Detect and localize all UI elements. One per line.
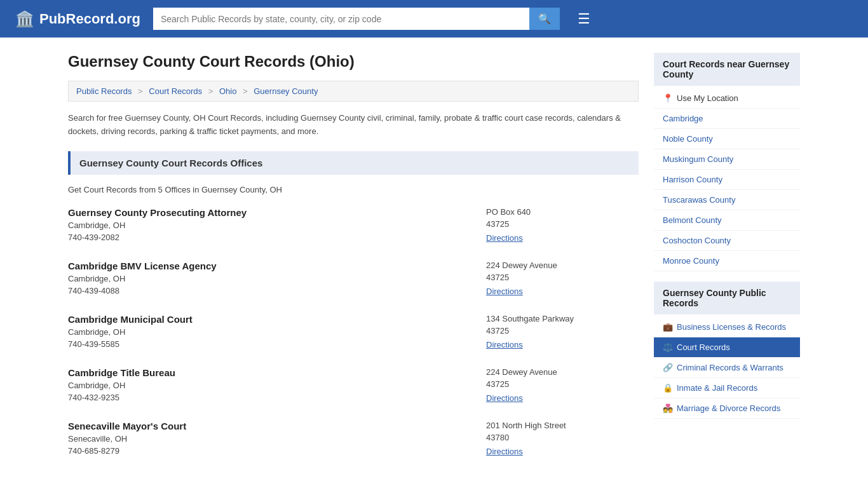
office-left-2: Cambridge Municipal Court Cambridge, OH … [68,314,473,349]
office-address: PO Box 640 [486,207,639,217]
office-left-4: Senecaville Mayor's Court Senecaville, O… [68,421,473,456]
record-type-label: Criminal Records & Warrants [677,363,783,372]
office-city: Cambridge, OH [68,274,473,283]
office-phone: 740-432-9235 [68,393,473,402]
offices-count: Get Court Records from 5 Offices in Guer… [68,185,639,194]
office-name: Cambridge Title Bureau [68,367,473,378]
record-type-icon: 💼 [663,322,673,332]
office-right-2: 134 Southgate Parkway 43725 Directions [473,314,639,349]
office-phone: 740-439-4088 [68,286,473,295]
office-city: Cambridge, OH [68,220,473,230]
breadcrumb-guernsey-county[interactable]: Guernsey County [254,86,318,96]
use-location-label: Use My Location [677,93,738,103]
office-right-3: 224 Dewey Avenue 43725 Directions [473,367,639,403]
directions-link[interactable]: Directions [486,393,523,403]
search-input[interactable] [153,8,529,30]
office-city: Senecaville, OH [68,434,473,444]
nearby-county-link[interactable]: Coshocton County [654,231,800,251]
record-type-icon: 🔗 [663,363,673,372]
search-bar: 🔍 [153,8,560,30]
office-phone: 740-439-5585 [68,339,473,349]
nearby-section-title: Court Records near Guernsey County [654,53,800,86]
record-type-icon: ⚖️ [663,342,673,352]
breadcrumb: Public Records > Court Records > Ohio > … [68,81,639,102]
directions-link[interactable]: Directions [486,287,523,296]
building-icon: 🏛️ [15,10,34,28]
office-city: Cambridge, OH [68,327,473,337]
public-records-link[interactable]: 💑 Marriage & Divorce Records [654,398,800,419]
breadcrumb-public-records[interactable]: Public Records [76,86,132,96]
directions-link[interactable]: Directions [486,447,523,456]
office-right-0: PO Box 640 43725 Directions [473,207,639,243]
office-left-0: Guernsey County Prosecuting Attorney Cam… [68,207,473,243]
public-records-link[interactable]: 💼 Business Licenses & Records [654,317,800,337]
nearby-county-link[interactable]: Tuscarawas County [654,190,800,210]
office-entry: Guernsey County Prosecuting Attorney Cam… [68,207,639,243]
site-header: 🏛️ PubRecord.org 🔍 ☰ [0,0,868,37]
office-name: Senecaville Mayor's Court [68,421,473,431]
office-zip: 43725 [486,219,639,229]
menu-button[interactable]: ☰ [573,8,595,30]
office-zip: 43725 [486,273,639,282]
office-phone: 740-685-8279 [68,446,473,456]
office-address: 201 North High Street [486,421,639,430]
public-records-links-list: 💼 Business Licenses & Records ⚖️ Court R… [654,317,800,419]
offices-list: Guernsey County Prosecuting Attorney Cam… [68,207,639,456]
office-entry: Cambridge BMV License Agency Cambridge, … [68,261,639,296]
location-icon: 📍 [663,93,673,103]
office-name: Cambridge Municipal Court [68,314,473,325]
record-type-label: Inmate & Jail Records [677,383,757,393]
office-address: 134 Southgate Parkway [486,314,639,323]
office-zip: 43725 [486,379,639,389]
use-my-location[interactable]: 📍 Use My Location [654,88,800,109]
office-address: 224 Dewey Avenue [486,367,639,377]
record-type-icon: 💑 [663,403,673,413]
nearby-links-list: CambridgeNoble CountyMuskingum CountyHar… [654,109,800,271]
page-title: Guernsey County Court Records (Ohio) [68,53,639,71]
nearby-county-link[interactable]: Cambridge [654,109,800,129]
office-address: 224 Dewey Avenue [486,261,639,270]
office-zip: 43725 [486,326,639,336]
site-logo[interactable]: 🏛️ PubRecord.org [15,10,140,28]
sidebar: Court Records near Guernsey County 📍 Use… [654,53,800,474]
search-button[interactable]: 🔍 [529,8,560,30]
public-records-link[interactable]: 🔗 Criminal Records & Warrants [654,358,800,378]
nearby-county-link[interactable]: Harrison County [654,170,800,190]
record-type-label: Business Licenses & Records [677,322,786,332]
directions-link[interactable]: Directions [486,233,523,243]
nearby-county-link[interactable]: Noble County [654,129,800,149]
offices-section-header: Guernsey County Court Records Offices [68,151,639,175]
content-area: Guernsey County Court Records (Ohio) Pub… [68,53,639,474]
nearby-county-link[interactable]: Belmont County [654,210,800,231]
office-phone: 740-439-2082 [68,233,473,242]
nearby-county-link[interactable]: Muskingum County [654,149,800,170]
breadcrumb-ohio[interactable]: Ohio [219,86,236,96]
logo-text: PubRecord.org [39,11,140,27]
office-left-3: Cambridge Title Bureau Cambridge, OH 740… [68,367,473,403]
page-description: Search for free Guernsey County, OH Cour… [68,112,639,139]
record-type-label: Marriage & Divorce Records [677,403,780,413]
main-container: Guernsey County Court Records (Ohio) Pub… [53,37,815,488]
office-right-1: 224 Dewey Avenue 43725 Directions [473,261,639,296]
nearby-county-link[interactable]: Monroe County [654,251,800,271]
office-city: Cambridge, OH [68,381,473,390]
record-type-label: Court Records [677,342,730,352]
public-records-link[interactable]: 🔒 Inmate & Jail Records [654,378,800,398]
office-name: Guernsey County Prosecuting Attorney [68,207,473,218]
office-entry: Senecaville Mayor's Court Senecaville, O… [68,421,639,456]
public-records-link[interactable]: ⚖️ Court Records [654,337,800,358]
office-zip: 43780 [486,433,639,442]
directions-link[interactable]: Directions [486,340,523,349]
office-name: Cambridge BMV License Agency [68,261,473,271]
breadcrumb-court-records[interactable]: Court Records [149,86,202,96]
record-type-icon: 🔒 [663,383,673,393]
office-right-4: 201 North High Street 43780 Directions [473,421,639,456]
office-entry: Cambridge Municipal Court Cambridge, OH … [68,314,639,349]
office-entry: Cambridge Title Bureau Cambridge, OH 740… [68,367,639,403]
office-left-1: Cambridge BMV License Agency Cambridge, … [68,261,473,296]
public-records-section-title: Guernsey County Public Records [654,281,800,315]
